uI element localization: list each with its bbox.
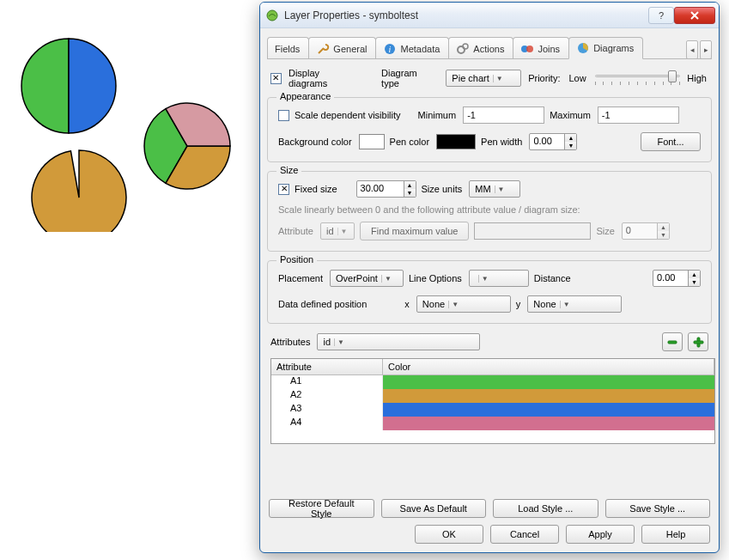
scale-dependent-checkbox[interactable] [278, 110, 289, 121]
size-legend: Size [276, 165, 301, 175]
svg-text:i: i [389, 45, 392, 54]
appearance-legend: Appearance [276, 91, 334, 101]
ok-button[interactable]: OK [415, 525, 483, 544]
pen-width-label: Pen width [481, 137, 524, 147]
tab-diagrams[interactable]: Diagrams [568, 37, 643, 59]
attributes-combo[interactable]: id▼ [317, 333, 480, 350]
table-row[interactable]: A3 [271, 403, 714, 417]
sample-pies [0, 17, 240, 232]
svg-rect-8 [668, 341, 677, 344]
display-diagrams-checkbox[interactable]: ✕ [270, 73, 282, 84]
table-row[interactable]: A2 [271, 389, 714, 403]
app-icon [265, 9, 279, 22]
font-button[interactable]: Font... [641, 132, 701, 151]
col-color[interactable]: Color [383, 359, 714, 374]
placement-label: Placement [278, 273, 325, 283]
col-attribute[interactable]: Attribute [271, 359, 383, 374]
lineopt-label: Line Options [409, 273, 464, 283]
priority-low-label: Low [568, 73, 587, 83]
size-group: Size ✕ Fixed size 30.00 ▲▼ Size units MM… [267, 171, 712, 252]
appearance-group: Appearance Scale dependent visibility Mi… [267, 97, 712, 162]
add-attribute-button[interactable] [688, 332, 708, 351]
svg-point-0 [267, 10, 277, 21]
attr-label: Attribute [278, 226, 315, 236]
fixed-size-spin[interactable]: 30.00 ▲▼ [356, 180, 416, 198]
attr-cell: A1 [271, 375, 383, 389]
size-units-label: Size units [422, 184, 465, 194]
attr-combo: id▼ [320, 222, 355, 240]
dialog-footer: Restore Default Style Save As Default Lo… [260, 492, 719, 552]
tab-general[interactable]: General [308, 37, 376, 59]
tab-fields[interactable]: Fields [267, 37, 309, 59]
maximum-input[interactable] [598, 107, 679, 124]
piechart-icon [576, 41, 590, 55]
color-cell[interactable] [383, 375, 714, 389]
titlebar: Layer Properties - symboltest ? [260, 3, 719, 28]
diagram-type-combo[interactable]: Pie chart▼ [446, 70, 521, 87]
tab-scroll: ◂ ▸ [686, 40, 712, 59]
bg-color-swatch[interactable] [359, 134, 385, 149]
y-label: y [516, 299, 523, 309]
joins-icon [520, 42, 534, 56]
close-button[interactable] [674, 7, 715, 24]
pen-color-swatch[interactable] [436, 134, 476, 149]
lineopt-combo[interactable]: ▼ [469, 270, 529, 287]
minimum-input[interactable] [463, 107, 544, 124]
pen-width-spin[interactable]: 0.00 ▲▼ [529, 133, 577, 150]
tab-joins[interactable]: Joins [513, 37, 569, 59]
attribute-color-table[interactable]: Attribute Color A1A2A3A4 [270, 358, 715, 444]
save-as-default-button[interactable]: Save As Default [381, 499, 487, 518]
color-cell[interactable] [383, 417, 714, 430]
restore-default-style-button[interactable]: Restore Default Style [269, 499, 374, 518]
table-row[interactable]: A4 [271, 417, 714, 430]
x-label: x [404, 299, 411, 309]
tab-actions[interactable]: Actions [448, 37, 513, 59]
priority-high-label: High [687, 73, 708, 83]
priority-slider[interactable] [595, 70, 681, 87]
display-diagrams-label: Display diagrams [289, 68, 362, 88]
fixed-size-checkbox[interactable]: ✕ [278, 184, 289, 195]
tab-scroll-left[interactable]: ◂ [686, 40, 698, 59]
tab-bar: Fields General i Metadata Actions Joins … [260, 28, 719, 59]
save-style-button[interactable]: Save Style ... [605, 499, 711, 518]
layer-properties-dialog: Layer Properties - symboltest ? Fields G… [259, 2, 720, 553]
diagram-type-label: Diagram type [381, 68, 439, 88]
window-title: Layer Properties - symboltest [284, 9, 648, 21]
help-button[interactable]: ? [648, 7, 674, 24]
remove-attribute-button[interactable] [662, 332, 683, 351]
placement-combo[interactable]: OverPoint▼ [330, 270, 404, 287]
dd-label: Data defined position [278, 299, 368, 309]
tab-metadata[interactable]: i Metadata [375, 37, 449, 59]
size-units-combo[interactable]: MM▼ [469, 180, 520, 198]
color-cell[interactable] [383, 403, 714, 417]
distance-label: Distance [534, 273, 573, 283]
find-max-button: Find maximum value [360, 222, 469, 240]
maximum-label: Maximum [550, 110, 592, 120]
wrench-icon [316, 42, 330, 56]
x-combo[interactable]: None▼ [416, 295, 511, 313]
scale-dependent-label: Scale dependent visibility [295, 110, 403, 120]
apply-button[interactable]: Apply [566, 525, 635, 544]
info-icon: i [383, 42, 397, 56]
attr-cell: A3 [271, 403, 383, 417]
cancel-button[interactable]: Cancel [490, 525, 559, 544]
distance-spin[interactable]: 0.00 ▲▼ [653, 270, 701, 287]
tab-scroll-right[interactable]: ▸ [700, 40, 712, 59]
max-value-field [474, 222, 591, 240]
size-size-spin: 0 ▲▼ [622, 222, 670, 240]
help-footer-button[interactable]: Help [641, 525, 710, 544]
attributes-label: Attributes [270, 337, 312, 347]
svg-rect-10 [694, 341, 703, 344]
table-row[interactable]: A1 [271, 375, 714, 389]
position-group: Position Placement OverPoint▼ Line Optio… [267, 260, 712, 324]
minimum-label: Minimum [418, 110, 459, 120]
size-size-label: Size [596, 226, 616, 236]
attr-cell: A4 [271, 417, 383, 430]
position-legend: Position [276, 254, 317, 265]
priority-label: Priority: [528, 73, 562, 83]
y-combo[interactable]: None▼ [527, 295, 622, 313]
fixed-size-label: Fixed size [295, 184, 339, 194]
color-cell[interactable] [383, 389, 714, 403]
load-style-button[interactable]: Load Style ... [493, 499, 598, 518]
bg-color-label: Background color [278, 137, 354, 147]
